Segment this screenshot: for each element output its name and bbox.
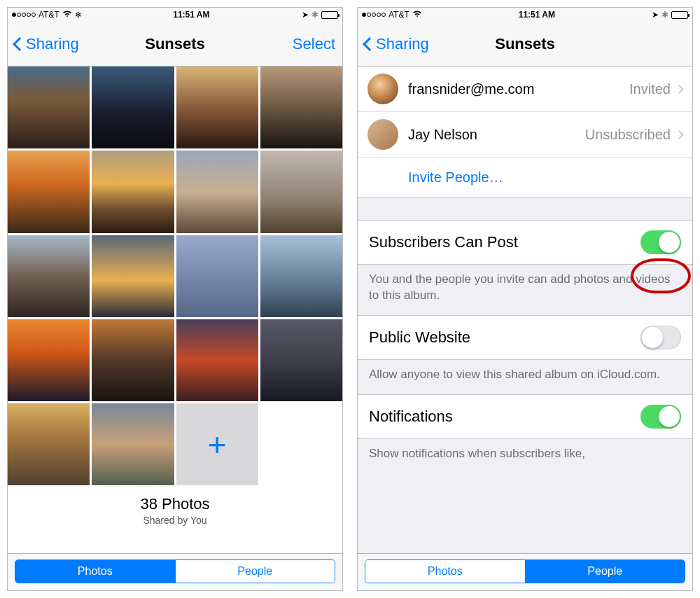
- photo-thumb[interactable]: [92, 151, 174, 232]
- signal-icon: [362, 13, 386, 17]
- signal-icon: [12, 13, 36, 17]
- public-website-desc: Allow anyone to view this shared album o…: [358, 360, 692, 394]
- photo-thumb[interactable]: [8, 151, 90, 232]
- tab-photos[interactable]: Photos: [365, 560, 525, 583]
- nav-bar: Sharing Sunsets: [358, 22, 692, 67]
- photo-thumb[interactable]: [8, 403, 90, 485]
- bluetooth-icon: ✱: [662, 10, 668, 20]
- tab-people[interactable]: People: [175, 560, 335, 583]
- chevron-right-icon: [675, 130, 684, 139]
- photo-thumb[interactable]: [260, 319, 342, 401]
- status-bar: AT&T ✻ 11:51 AM ➤ ✱: [8, 8, 342, 22]
- bluetooth-icon: ✱: [312, 10, 318, 20]
- public-website-toggle[interactable]: [640, 326, 681, 349]
- status-time: 11:51 AM: [519, 10, 555, 20]
- loading-icon: ✻: [75, 11, 81, 20]
- notifications-toggle[interactable]: [640, 405, 681, 429]
- photo-thumb[interactable]: [260, 235, 342, 317]
- add-photo-button[interactable]: +: [176, 403, 258, 485]
- battery-icon: [671, 11, 688, 19]
- tab-bar: Photos People: [358, 553, 692, 590]
- back-label: Sharing: [26, 35, 79, 53]
- wifi-icon: [412, 11, 422, 19]
- location-icon: ➤: [302, 10, 309, 20]
- phone-people-view: AT&T 11:51 AM ➤ ✱ Sharing Sunsets fransn…: [357, 7, 693, 591]
- notifications-row: Notifications: [358, 394, 692, 439]
- photo-thumb[interactable]: [176, 67, 258, 148]
- wifi-icon: [62, 11, 72, 19]
- notifications-desc: Show notifications when subscribers like…: [358, 439, 692, 465]
- subscribers-desc: You and the people you invite can add ph…: [358, 265, 692, 315]
- chevron-left-icon: [13, 37, 27, 51]
- photo-thumb[interactable]: [92, 67, 174, 148]
- avatar: [368, 74, 398, 104]
- person-status: Invited: [629, 81, 671, 97]
- phone-photos-view: AT&T ✻ 11:51 AM ➤ ✱ Sharing Sunsets Sele…: [7, 7, 343, 591]
- status-bar: AT&T 11:51 AM ➤ ✱: [358, 8, 692, 22]
- back-button[interactable]: Sharing: [365, 35, 429, 53]
- carrier-label: AT&T: [388, 10, 410, 20]
- avatar: [368, 119, 398, 150]
- photo-thumb[interactable]: [8, 319, 90, 401]
- person-name: Jay Nelson: [408, 127, 585, 143]
- nav-bar: Sharing Sunsets Select: [8, 22, 342, 67]
- person-name: fransnider@me.com: [408, 81, 629, 97]
- plus-icon: +: [208, 426, 227, 464]
- photo-thumb[interactable]: [92, 403, 174, 485]
- person-row[interactable]: Jay Nelson Unsubscribed: [358, 112, 692, 158]
- photo-thumb[interactable]: [176, 235, 258, 317]
- settings-list: fransnider@me.com Invited Jay Nelson Uns…: [358, 67, 692, 553]
- photo-thumb[interactable]: [8, 67, 90, 148]
- carrier-label: AT&T: [38, 10, 59, 20]
- person-status: Unsubscribed: [585, 127, 671, 143]
- tab-photos[interactable]: Photos: [15, 560, 175, 583]
- public-website-row: Public Website: [358, 315, 692, 360]
- location-icon: ➤: [652, 10, 659, 20]
- setting-label: Subscribers Can Post: [369, 233, 518, 251]
- select-button[interactable]: Select: [293, 35, 335, 53]
- battery-icon: [321, 11, 338, 19]
- chevron-right-icon: [675, 85, 684, 94]
- people-group: fransnider@me.com Invited Jay Nelson Uns…: [358, 67, 692, 197]
- photo-thumb[interactable]: [8, 235, 90, 317]
- footer-info: 38 Photos Shared by You: [8, 485, 342, 533]
- tab-people[interactable]: People: [525, 560, 685, 583]
- photo-count-label: 38 Photos: [8, 495, 342, 513]
- photo-thumb[interactable]: [92, 319, 174, 401]
- chevron-left-icon: [363, 37, 377, 51]
- subscribers-can-post-toggle[interactable]: [640, 230, 681, 254]
- photo-thumb[interactable]: [92, 235, 174, 317]
- back-button[interactable]: Sharing: [15, 35, 79, 53]
- setting-label: Public Website: [369, 328, 470, 347]
- subscribers-can-post-row: Subscribers Can Post: [358, 220, 692, 265]
- photo-thumb[interactable]: [176, 319, 258, 401]
- photo-grid-area: + 38 Photos Shared by You: [8, 67, 342, 553]
- invite-people-button[interactable]: Invite People…: [358, 158, 692, 197]
- tab-bar: Photos People: [8, 553, 342, 590]
- back-label: Sharing: [376, 35, 429, 53]
- status-time: 11:51 AM: [173, 10, 209, 20]
- setting-label: Notifications: [369, 408, 453, 426]
- photo-thumb[interactable]: [260, 67, 342, 148]
- photo-thumb[interactable]: [260, 151, 342, 232]
- person-row[interactable]: fransnider@me.com Invited: [358, 67, 692, 112]
- shared-by-label: Shared by You: [8, 515, 342, 526]
- photo-thumb[interactable]: [176, 151, 258, 232]
- photo-grid: +: [8, 67, 342, 485]
